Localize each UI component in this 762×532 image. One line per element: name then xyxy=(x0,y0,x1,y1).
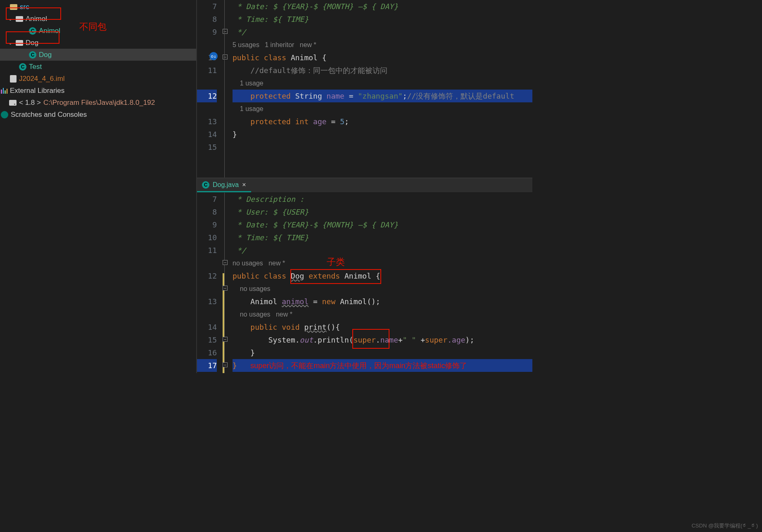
tab-dog-java[interactable]: Dog.java × xyxy=(197,179,251,192)
line-num: 8 xyxy=(197,206,217,218)
code-hint[interactable]: 5 usages 1 inheritor new * xyxy=(233,38,532,51)
code-body[interactable]: * Description : * User: $ {USER} * Date:… xyxy=(233,193,532,373)
fold-gutter: o↓ – – xyxy=(222,0,233,177)
line-num: 16 xyxy=(197,346,217,359)
tree-test-class[interactable]: Test xyxy=(0,61,196,73)
annotation-box xyxy=(6,7,61,20)
code-body[interactable]: * Date: $ {YEAR}-$ {MONTH} —$ { DAY} * T… xyxy=(233,0,532,177)
line-num: 17 xyxy=(197,359,217,372)
line-num: 9 xyxy=(197,218,217,231)
class-icon xyxy=(29,51,36,59)
fold-button[interactable]: – xyxy=(223,337,228,342)
label: External Libraries xyxy=(10,87,64,95)
code-hint[interactable]: no usages new * xyxy=(240,311,292,318)
fold-button[interactable]: – xyxy=(223,29,228,34)
line-num: 12 xyxy=(197,90,217,102)
library-icon xyxy=(1,88,7,94)
annotation-text: 子类 xyxy=(327,255,345,268)
class-icon xyxy=(202,181,209,189)
tree-ext-lib[interactable]: External Libraries xyxy=(0,85,196,97)
tree-dog-class[interactable]: Dog xyxy=(0,49,196,61)
override-icon[interactable]: o↓ xyxy=(209,52,218,60)
line-num: 13 xyxy=(197,115,217,128)
tab-label: Dog.java xyxy=(213,181,239,189)
line-num: 10 xyxy=(197,231,217,244)
line-num: 8 xyxy=(197,13,217,26)
line-num: 7 xyxy=(197,193,217,206)
line-num: 11 xyxy=(197,64,217,77)
tree-jdk[interactable]: < 1.8 > C:\Program Files\Java\jdk1.8.0_1… xyxy=(0,97,196,109)
file-icon xyxy=(10,75,17,83)
fold-button[interactable]: – xyxy=(223,54,228,59)
label: < 1.8 > xyxy=(19,99,41,107)
line-num: 15 xyxy=(197,141,217,154)
annotation-text: 不同包 xyxy=(79,21,107,33)
line-num: 14 xyxy=(197,128,217,141)
drive-icon xyxy=(9,100,17,106)
code-hint[interactable]: no usages xyxy=(240,285,271,292)
code-hint[interactable]: no usages new * xyxy=(233,257,532,270)
scratch-icon xyxy=(1,111,8,118)
label: C:\Program Files\Java\jdk1.8.0_192 xyxy=(43,99,155,107)
fold-button[interactable]: – xyxy=(223,260,228,265)
annotation-box xyxy=(352,329,389,349)
tree-scratch[interactable]: Scratches and Consoles xyxy=(0,109,196,121)
line-num: 15 xyxy=(197,333,217,346)
line-num: 14 xyxy=(197,321,217,333)
code-hint[interactable]: 1 usage xyxy=(240,80,263,87)
label: J2024_4_6.iml xyxy=(19,75,65,83)
fold-button[interactable]: – xyxy=(223,362,228,367)
fold-button[interactable]: – xyxy=(223,286,228,291)
line-num: 13 xyxy=(197,295,217,308)
label: Scratches and Consoles xyxy=(11,111,87,119)
tree-iml[interactable]: J2024_4_6.iml xyxy=(0,73,196,85)
line-num: 7 xyxy=(197,0,217,13)
label: Dog xyxy=(39,51,52,59)
class-icon xyxy=(19,63,26,71)
gutter: 7 8 9 10 11 12 13 14 15 xyxy=(197,0,222,177)
code-hint[interactable]: 1 usage xyxy=(240,105,263,112)
line-num: 9 xyxy=(197,26,217,38)
line-num: 12 xyxy=(197,270,217,282)
annotation-box xyxy=(6,31,59,44)
gutter: 7 8 9 10 11 12 13 14 15 16 17 xyxy=(197,193,222,373)
annotation-text: super访问，不能在main方法中使用，因为main方法被static修饰了 xyxy=(250,362,467,370)
line-num: 11 xyxy=(197,244,217,257)
close-icon[interactable]: × xyxy=(242,181,246,189)
label: Test xyxy=(29,63,42,71)
annotation-box xyxy=(290,269,381,284)
fold-gutter: – – – – xyxy=(222,193,233,373)
